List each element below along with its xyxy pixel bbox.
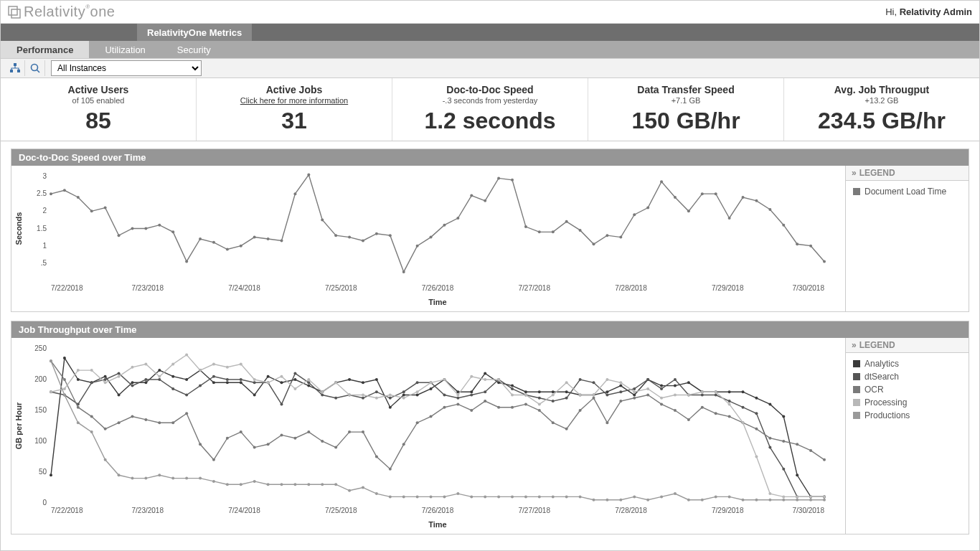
legend-header[interactable]: »LEGEND <box>846 338 969 353</box>
subtab-performance[interactable]: Performance <box>1 41 89 58</box>
kpi-value: 85 <box>1 108 196 134</box>
svg-point-48 <box>375 232 378 235</box>
svg-point-282 <box>171 363 174 366</box>
svg-point-312 <box>579 394 582 397</box>
svg-point-339 <box>158 474 161 476</box>
hierarchy-icon[interactable] <box>5 60 25 76</box>
svg-point-30 <box>131 227 133 230</box>
svg-point-194 <box>552 400 555 402</box>
subtab-utilization[interactable]: Utilization <box>89 41 161 58</box>
svg-point-109 <box>185 378 188 381</box>
svg-text:0: 0 <box>42 499 47 507</box>
kpi-value: 150 GB/hr <box>588 108 783 134</box>
legend-item[interactable]: Productions <box>853 410 961 420</box>
svg-point-325 <box>755 456 758 458</box>
svg-point-263 <box>701 406 704 409</box>
legend-swatch <box>853 412 860 419</box>
svg-point-123 <box>375 378 378 381</box>
svg-point-142 <box>633 394 636 397</box>
svg-point-288 <box>253 378 256 381</box>
svg-text:Time: Time <box>428 298 446 306</box>
kpi-info-link[interactable]: Click here for more information <box>197 96 392 105</box>
svg-point-151 <box>755 397 758 400</box>
svg-point-308 <box>524 394 527 397</box>
svg-point-248 <box>497 406 500 409</box>
legend-item[interactable]: Processing <box>853 397 961 408</box>
svg-point-32 <box>158 224 161 227</box>
legend-item[interactable]: dtSearch <box>853 372 961 382</box>
svg-rect-3 <box>10 70 13 72</box>
svg-point-253 <box>565 428 568 430</box>
legend-item[interactable]: OCR <box>853 385 961 395</box>
svg-point-249 <box>511 406 514 409</box>
svg-point-65 <box>606 234 608 237</box>
svg-point-78 <box>782 224 785 227</box>
svg-point-167 <box>185 394 188 397</box>
svg-point-355 <box>375 492 378 495</box>
svg-point-241 <box>402 443 405 446</box>
svg-point-359 <box>430 495 433 498</box>
legend-item[interactable]: Document Load Time <box>853 187 961 197</box>
svg-point-170 <box>226 378 229 381</box>
svg-point-63 <box>579 229 582 232</box>
svg-point-41 <box>281 239 283 242</box>
svg-point-343 <box>212 480 215 483</box>
svg-text:50: 50 <box>39 468 47 476</box>
svg-point-174 <box>281 402 283 405</box>
svg-point-67 <box>633 213 636 216</box>
svg-point-254 <box>579 409 582 412</box>
svg-point-235 <box>321 440 324 443</box>
svg-point-344 <box>226 483 229 486</box>
svg-text:7/23/2018: 7/23/2018 <box>132 507 164 514</box>
svg-point-44 <box>321 218 324 221</box>
svg-point-39 <box>253 236 256 239</box>
svg-point-80 <box>809 245 812 248</box>
svg-point-73 <box>715 192 717 195</box>
svg-point-196 <box>579 378 582 381</box>
search-icon[interactable] <box>25 60 45 76</box>
svg-point-227 <box>212 458 215 461</box>
svg-point-40 <box>267 237 270 240</box>
svg-point-255 <box>592 397 595 400</box>
svg-point-71 <box>687 209 690 212</box>
svg-point-36 <box>212 241 215 244</box>
svg-point-352 <box>334 483 337 486</box>
svg-point-302 <box>443 378 446 381</box>
svg-point-265 <box>728 415 731 418</box>
svg-point-160 <box>90 381 93 384</box>
kpi-subtitle: -.3 seconds from yesterday <box>392 96 588 105</box>
svg-point-369 <box>565 495 568 498</box>
svg-point-210 <box>768 446 771 449</box>
subtab-security[interactable]: Security <box>161 41 227 58</box>
svg-point-316 <box>633 390 636 393</box>
svg-point-292 <box>307 378 310 381</box>
svg-point-376 <box>660 495 663 498</box>
legend-swatch <box>853 386 860 393</box>
svg-point-295 <box>348 394 351 397</box>
svg-point-114 <box>253 394 256 397</box>
svg-point-162 <box>118 372 121 375</box>
svg-point-340 <box>171 477 174 480</box>
legend-item[interactable]: Analytics <box>853 359 961 369</box>
svg-text:7/29/2018: 7/29/2018 <box>712 507 744 514</box>
legend-label: Productions <box>864 410 910 420</box>
svg-point-245 <box>456 402 459 405</box>
instance-select[interactable]: All Instances <box>51 60 202 76</box>
svg-point-197 <box>592 381 595 384</box>
legend-header[interactable]: »LEGEND <box>846 166 969 181</box>
svg-point-294 <box>334 381 337 384</box>
svg-point-33 <box>171 230 174 233</box>
svg-point-364 <box>497 495 500 498</box>
svg-point-216 <box>63 378 66 381</box>
tab-relativityone-metrics[interactable]: RelativityOne Metrics <box>137 24 252 41</box>
kpi-title: Doc-to-Doc Speed <box>392 84 588 95</box>
svg-rect-2 <box>14 63 17 66</box>
svg-point-276 <box>90 369 93 372</box>
svg-point-299 <box>402 397 405 400</box>
svg-point-188 <box>470 394 473 397</box>
svg-point-68 <box>646 207 649 209</box>
svg-point-250 <box>524 402 527 405</box>
svg-point-373 <box>619 499 622 501</box>
svg-point-335 <box>104 458 107 461</box>
svg-text:7/26/2018: 7/26/2018 <box>422 284 454 292</box>
